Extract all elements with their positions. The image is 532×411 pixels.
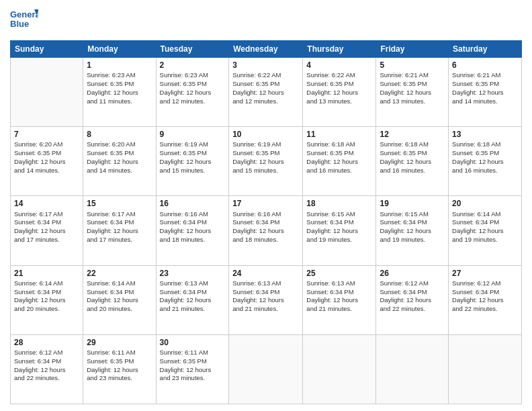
- calendar-header-cell-monday: Monday: [83, 41, 156, 58]
- calendar-cell: 9Sunrise: 6:19 AM Sunset: 6:35 PM Daylig…: [156, 127, 229, 196]
- day-number: 6: [452, 60, 518, 71]
- day-number: 8: [87, 129, 152, 140]
- day-number: 28: [14, 337, 79, 348]
- calendar-cell: 8Sunrise: 6:20 AM Sunset: 6:35 PM Daylig…: [83, 127, 156, 196]
- calendar-cell: [449, 334, 522, 404]
- day-number: 20: [452, 198, 518, 209]
- logo: General Blue: [10, 7, 38, 35]
- calendar-cell: 16Sunrise: 6:16 AM Sunset: 6:34 PM Dayli…: [156, 196, 229, 265]
- day-number: 25: [306, 268, 372, 279]
- calendar-cell: 26Sunrise: 6:12 AM Sunset: 6:34 PM Dayli…: [376, 265, 449, 334]
- calendar-cell: 3Sunrise: 6:22 AM Sunset: 6:35 PM Daylig…: [229, 58, 303, 127]
- day-number: 19: [380, 198, 445, 209]
- calendar-cell: 12Sunrise: 6:18 AM Sunset: 6:35 PM Dayli…: [376, 127, 449, 196]
- day-number: 18: [306, 198, 372, 209]
- calendar-cell: 17Sunrise: 6:16 AM Sunset: 6:34 PM Dayli…: [229, 196, 303, 265]
- day-info: Sunrise: 6:19 AM Sunset: 6:35 PM Dayligh…: [160, 140, 226, 175]
- day-info: Sunrise: 6:13 AM Sunset: 6:34 PM Dayligh…: [232, 279, 299, 314]
- day-info: Sunrise: 6:11 AM Sunset: 6:35 PM Dayligh…: [160, 349, 226, 383]
- calendar-cell: 27Sunrise: 6:12 AM Sunset: 6:34 PM Dayli…: [449, 265, 522, 334]
- calendar-cell: 30Sunrise: 6:11 AM Sunset: 6:35 PM Dayli…: [156, 334, 229, 404]
- day-number: 12: [380, 129, 445, 140]
- calendar-header-cell-tuesday: Tuesday: [156, 41, 229, 58]
- day-info: Sunrise: 6:13 AM Sunset: 6:34 PM Dayligh…: [160, 279, 226, 314]
- svg-text:Blue: Blue: [10, 19, 29, 29]
- day-number: 10: [232, 129, 299, 140]
- day-info: Sunrise: 6:17 AM Sunset: 6:34 PM Dayligh…: [87, 210, 152, 244]
- calendar-cell: 10Sunrise: 6:19 AM Sunset: 6:35 PM Dayli…: [229, 127, 303, 196]
- calendar-cell: 18Sunrise: 6:15 AM Sunset: 6:34 PM Dayli…: [303, 196, 376, 265]
- day-number: 11: [306, 129, 372, 140]
- calendar-week-row: 1Sunrise: 6:23 AM Sunset: 6:35 PM Daylig…: [11, 58, 522, 127]
- calendar-cell: 28Sunrise: 6:12 AM Sunset: 6:34 PM Dayli…: [11, 334, 83, 404]
- day-info: Sunrise: 6:16 AM Sunset: 6:34 PM Dayligh…: [232, 210, 299, 244]
- day-number: 22: [87, 268, 152, 279]
- day-number: 13: [452, 129, 518, 140]
- svg-text:General: General: [10, 9, 38, 19]
- day-number: 14: [14, 198, 79, 209]
- day-info: Sunrise: 6:23 AM Sunset: 6:35 PM Dayligh…: [87, 71, 152, 105]
- day-info: Sunrise: 6:18 AM Sunset: 6:35 PM Dayligh…: [380, 140, 445, 175]
- day-info: Sunrise: 6:22 AM Sunset: 6:35 PM Dayligh…: [306, 71, 372, 105]
- calendar-cell: 21Sunrise: 6:14 AM Sunset: 6:34 PM Dayli…: [11, 265, 83, 334]
- calendar-cell: [303, 334, 376, 404]
- calendar-cell: 22Sunrise: 6:14 AM Sunset: 6:34 PM Dayli…: [83, 265, 156, 334]
- day-number: 4: [306, 60, 372, 71]
- calendar-cell: 6Sunrise: 6:21 AM Sunset: 6:35 PM Daylig…: [449, 58, 522, 127]
- calendar-week-row: 21Sunrise: 6:14 AM Sunset: 6:34 PM Dayli…: [11, 265, 522, 334]
- calendar-cell: [11, 58, 83, 127]
- calendar-cell: [229, 334, 303, 404]
- day-number: 15: [87, 198, 152, 209]
- day-number: 16: [160, 198, 226, 209]
- logo-svg: General Blue: [10, 7, 38, 35]
- calendar-week-row: 7Sunrise: 6:20 AM Sunset: 6:35 PM Daylig…: [11, 127, 522, 196]
- day-number: 5: [380, 60, 445, 71]
- day-info: Sunrise: 6:20 AM Sunset: 6:35 PM Dayligh…: [14, 140, 79, 175]
- day-number: 1: [87, 60, 152, 71]
- day-number: 30: [160, 337, 226, 348]
- day-number: 29: [87, 337, 152, 348]
- day-number: 2: [160, 60, 226, 71]
- day-info: Sunrise: 6:14 AM Sunset: 6:34 PM Dayligh…: [14, 279, 79, 314]
- calendar-cell: 14Sunrise: 6:17 AM Sunset: 6:34 PM Dayli…: [11, 196, 83, 265]
- day-number: 3: [232, 60, 299, 71]
- day-info: Sunrise: 6:23 AM Sunset: 6:35 PM Dayligh…: [160, 71, 226, 105]
- calendar-week-row: 14Sunrise: 6:17 AM Sunset: 6:34 PM Dayli…: [11, 196, 522, 265]
- calendar-cell: [376, 334, 449, 404]
- day-info: Sunrise: 6:14 AM Sunset: 6:34 PM Dayligh…: [87, 279, 152, 314]
- calendar-cell: 24Sunrise: 6:13 AM Sunset: 6:34 PM Dayli…: [229, 265, 303, 334]
- day-number: 26: [380, 268, 445, 279]
- day-info: Sunrise: 6:11 AM Sunset: 6:35 PM Dayligh…: [87, 349, 152, 383]
- day-info: Sunrise: 6:18 AM Sunset: 6:35 PM Dayligh…: [452, 140, 518, 175]
- calendar-header-cell-sunday: Sunday: [11, 41, 83, 58]
- day-info: Sunrise: 6:16 AM Sunset: 6:34 PM Dayligh…: [160, 210, 226, 244]
- calendar-cell: 29Sunrise: 6:11 AM Sunset: 6:35 PM Dayli…: [83, 334, 156, 404]
- header: General Blue: [10, 7, 522, 35]
- day-info: Sunrise: 6:15 AM Sunset: 6:34 PM Dayligh…: [380, 210, 445, 244]
- calendar: SundayMondayTuesdayWednesdayThursdayFrid…: [10, 40, 522, 404]
- day-info: Sunrise: 6:21 AM Sunset: 6:35 PM Dayligh…: [380, 71, 445, 105]
- day-info: Sunrise: 6:22 AM Sunset: 6:35 PM Dayligh…: [232, 71, 299, 105]
- calendar-cell: 15Sunrise: 6:17 AM Sunset: 6:34 PM Dayli…: [83, 196, 156, 265]
- calendar-cell: 11Sunrise: 6:18 AM Sunset: 6:35 PM Dayli…: [303, 127, 376, 196]
- calendar-cell: 23Sunrise: 6:13 AM Sunset: 6:34 PM Dayli…: [156, 265, 229, 334]
- calendar-header: SundayMondayTuesdayWednesdayThursdayFrid…: [11, 41, 522, 58]
- calendar-cell: 5Sunrise: 6:21 AM Sunset: 6:35 PM Daylig…: [376, 58, 449, 127]
- day-info: Sunrise: 6:12 AM Sunset: 6:34 PM Dayligh…: [380, 279, 445, 314]
- calendar-cell: 7Sunrise: 6:20 AM Sunset: 6:35 PM Daylig…: [11, 127, 83, 196]
- calendar-cell: 25Sunrise: 6:13 AM Sunset: 6:34 PM Dayli…: [303, 265, 376, 334]
- page: General Blue SundayMondayTuesdayWednesda…: [0, 0, 532, 411]
- calendar-body: 1Sunrise: 6:23 AM Sunset: 6:35 PM Daylig…: [11, 58, 522, 404]
- day-info: Sunrise: 6:17 AM Sunset: 6:34 PM Dayligh…: [14, 210, 79, 244]
- day-info: Sunrise: 6:13 AM Sunset: 6:34 PM Dayligh…: [306, 279, 372, 314]
- calendar-cell: 20Sunrise: 6:14 AM Sunset: 6:34 PM Dayli…: [449, 196, 522, 265]
- calendar-cell: 19Sunrise: 6:15 AM Sunset: 6:34 PM Dayli…: [376, 196, 449, 265]
- day-number: 17: [232, 198, 299, 209]
- day-number: 23: [160, 268, 226, 279]
- day-info: Sunrise: 6:15 AM Sunset: 6:34 PM Dayligh…: [306, 210, 372, 244]
- calendar-header-cell-friday: Friday: [376, 41, 449, 58]
- day-number: 21: [14, 268, 79, 279]
- day-number: 9: [160, 129, 226, 140]
- day-info: Sunrise: 6:20 AM Sunset: 6:35 PM Dayligh…: [87, 140, 152, 175]
- calendar-week-row: 28Sunrise: 6:12 AM Sunset: 6:34 PM Dayli…: [11, 334, 522, 404]
